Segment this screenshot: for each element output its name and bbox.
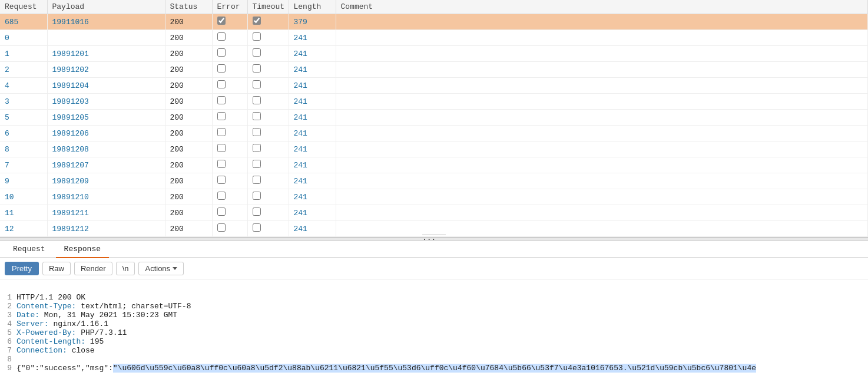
error-checkbox[interactable] <box>217 112 226 120</box>
col-header-timeout: Timeout <box>247 0 289 14</box>
cell-timeout[interactable] <box>247 46 289 62</box>
cell-error[interactable] <box>212 78 247 94</box>
line-number: 8 <box>5 355 12 364</box>
cell-error[interactable] <box>212 189 247 205</box>
timeout-checkbox[interactable] <box>253 112 261 120</box>
error-checkbox[interactable] <box>217 223 226 232</box>
cell-timeout[interactable] <box>247 14 289 30</box>
error-checkbox[interactable] <box>217 208 226 216</box>
cell-error[interactable] <box>212 141 247 157</box>
timeout-checkbox[interactable] <box>253 208 261 216</box>
line-value: close <box>67 346 95 355</box>
table-row[interactable]: 419891204200241 <box>0 78 868 94</box>
cell-length: 241 <box>289 78 336 94</box>
table-row[interactable]: 1119891211200241 <box>0 205 868 221</box>
error-checkbox[interactable] <box>217 64 226 73</box>
newline-button[interactable]: \n <box>116 262 135 275</box>
error-checkbox[interactable] <box>217 80 226 88</box>
response-line: 6Content-Length: 195 <box>5 337 863 346</box>
cell-error[interactable] <box>212 205 247 221</box>
cell-timeout[interactable] <box>247 173 289 189</box>
error-checkbox[interactable] <box>217 96 226 104</box>
error-checkbox[interactable] <box>217 176 226 184</box>
error-checkbox[interactable] <box>217 160 226 168</box>
cell-payload: 19891204 <box>47 78 165 94</box>
table-row[interactable]: 0200241 <box>0 30 868 46</box>
table-row[interactable]: 1019891210200241 <box>0 189 868 205</box>
cell-timeout[interactable] <box>247 62 289 78</box>
cell-error[interactable] <box>212 126 247 141</box>
response-line: 5X-Powered-By: PHP/7.3.11 <box>5 328 863 337</box>
timeout-checkbox[interactable] <box>253 17 261 25</box>
line-content: HTTP/1.1 200 OK <box>16 293 85 302</box>
cell-status: 200 <box>165 14 212 30</box>
cell-timeout[interactable] <box>247 157 289 173</box>
timeout-checkbox[interactable] <box>253 144 261 152</box>
line-value: nginx/1.16.1 <box>49 320 108 328</box>
timeout-checkbox[interactable] <box>253 48 261 57</box>
error-checkbox[interactable] <box>217 192 226 200</box>
cell-error[interactable] <box>212 94 247 110</box>
cell-error[interactable] <box>212 46 247 62</box>
col-header-status: Status <box>165 0 212 14</box>
cell-timeout[interactable] <box>247 141 289 157</box>
line-value: 195 <box>85 337 104 346</box>
error-checkbox[interactable] <box>217 144 226 152</box>
cell-timeout[interactable] <box>247 78 289 94</box>
error-checkbox[interactable] <box>217 32 226 41</box>
error-checkbox[interactable] <box>217 128 226 136</box>
table-row[interactable]: 919891209200241 <box>0 173 868 189</box>
cell-length: 241 <box>289 110 336 126</box>
render-button[interactable]: Render <box>74 262 112 275</box>
timeout-checkbox[interactable] <box>253 128 261 136</box>
cell-error[interactable] <box>212 110 247 126</box>
timeout-checkbox[interactable] <box>253 192 261 200</box>
timeout-checkbox[interactable] <box>253 160 261 168</box>
line-content: Date: Mon, 31 May 2021 15:30:23 GMT <box>16 311 177 320</box>
error-checkbox[interactable] <box>217 48 226 57</box>
table-row[interactable]: 519891205200241 <box>0 110 868 126</box>
tab-response[interactable]: Response <box>56 241 109 258</box>
cell-comment <box>336 221 868 237</box>
cell-timeout[interactable] <box>247 94 289 110</box>
cell-error[interactable] <box>212 157 247 173</box>
timeout-checkbox[interactable] <box>253 176 261 184</box>
table-row[interactable]: 119891201200241 <box>0 46 868 62</box>
table-row[interactable]: 68519911016200379 <box>0 14 868 30</box>
table-row[interactable]: 719891207200241 <box>0 157 868 173</box>
cell-error[interactable] <box>212 62 247 78</box>
table-row[interactable]: 819891208200241 <box>0 141 868 157</box>
cell-timeout[interactable] <box>247 110 289 126</box>
timeout-checkbox[interactable] <box>253 96 261 104</box>
cell-length: 241 <box>289 94 336 110</box>
cell-request: 8 <box>0 141 47 157</box>
timeout-checkbox[interactable] <box>253 64 261 73</box>
error-checkbox[interactable] <box>217 17 226 25</box>
line-number: 2 <box>5 302 12 311</box>
cell-timeout[interactable] <box>247 189 289 205</box>
cell-error[interactable] <box>212 221 247 237</box>
timeout-checkbox[interactable] <box>253 223 261 232</box>
cell-timeout[interactable] <box>247 126 289 141</box>
actions-button[interactable]: Actions <box>138 262 184 275</box>
cell-timeout[interactable] <box>247 30 289 46</box>
line-number: 7 <box>5 346 12 355</box>
cell-error[interactable] <box>212 30 247 46</box>
cell-length: 241 <box>289 62 336 78</box>
tab-request[interactable]: Request <box>5 241 54 258</box>
raw-button[interactable]: Raw <box>42 262 71 275</box>
table-row[interactable]: 219891202200241 <box>0 62 868 78</box>
cell-error[interactable] <box>212 173 247 189</box>
cell-error[interactable] <box>212 14 247 30</box>
pretty-button[interactable]: Pretty <box>5 262 39 275</box>
cell-comment <box>336 14 868 30</box>
line-number: 1 <box>5 293 12 302</box>
timeout-checkbox[interactable] <box>253 32 261 41</box>
table-row[interactable]: 619891206200241 <box>0 126 868 141</box>
table-row[interactable]: 319891203200241 <box>0 94 868 110</box>
timeout-checkbox[interactable] <box>253 80 261 88</box>
cell-timeout[interactable] <box>247 221 289 237</box>
cell-length: 241 <box>289 221 336 237</box>
cell-request: 5 <box>0 110 47 126</box>
cell-timeout[interactable] <box>247 205 289 221</box>
